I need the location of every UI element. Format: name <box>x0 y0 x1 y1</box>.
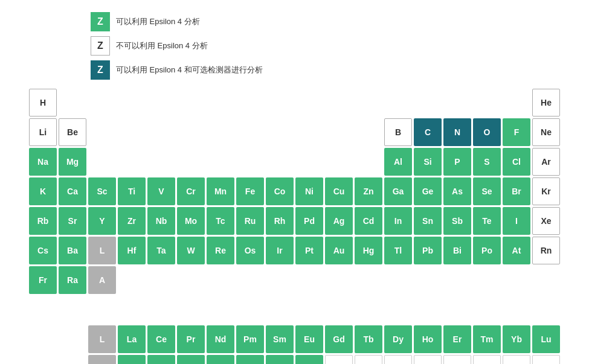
element-In: In <box>384 207 412 235</box>
empty <box>177 148 205 176</box>
empty <box>29 325 57 353</box>
element-Ag: Ag <box>325 207 353 235</box>
legend-label-1: 可以利用 Epsilon 4 分析 <box>116 16 200 27</box>
empty <box>236 118 264 146</box>
gap-row <box>29 296 57 324</box>
element-Fr: Fr <box>29 266 57 294</box>
element-Ge: Ge <box>414 177 442 205</box>
empty <box>29 355 57 364</box>
empty <box>443 89 471 117</box>
element-Mo: Mo <box>177 207 205 235</box>
main-container: Z 可以利用 Epsilon 4 分析 Z 不可以利用 Epsilon 4 分析… <box>0 0 589 364</box>
element-Sr: Sr <box>59 207 86 235</box>
element-Po: Po <box>473 237 501 264</box>
element-Ir: Ir <box>266 237 294 264</box>
empty <box>266 266 294 294</box>
element-Ce: Ce <box>147 325 175 353</box>
empty <box>118 266 146 294</box>
empty <box>118 148 146 176</box>
element-Ga: Ga <box>384 177 412 205</box>
element-Lr: Lr <box>532 355 560 364</box>
element-Tb: Tb <box>355 325 382 353</box>
empty <box>118 118 146 146</box>
element-Te: Te <box>473 207 501 235</box>
empty <box>503 89 530 117</box>
element-Zn: Zn <box>355 177 382 205</box>
element-Ho: Ho <box>414 325 442 353</box>
element-Pb: Pb <box>414 237 442 264</box>
element-He: He <box>532 89 560 117</box>
element-Hf: Hf <box>118 237 146 264</box>
empty <box>384 266 412 294</box>
empty <box>88 148 116 176</box>
empty <box>118 89 146 117</box>
element-Sm: Sm <box>266 325 294 353</box>
empty <box>177 89 205 117</box>
element-Lu: Lu <box>532 325 560 353</box>
empty <box>147 266 175 294</box>
element-Gd: Gd <box>325 325 353 353</box>
element-W: W <box>177 237 205 264</box>
element-Nb: Nb <box>147 207 175 235</box>
empty <box>207 148 234 176</box>
element-Cd: Cd <box>355 207 382 235</box>
element-No: No <box>503 355 530 364</box>
empty <box>414 266 442 294</box>
element-Rn: Rn <box>532 237 560 264</box>
lanthanide-label: L <box>88 325 116 353</box>
element-Au: Au <box>325 237 353 264</box>
legend-box-green: Z <box>91 12 110 31</box>
element-C: C <box>414 118 442 146</box>
empty <box>147 148 175 176</box>
element-Se: Se <box>473 177 501 205</box>
empty <box>177 266 205 294</box>
element-Os: Os <box>236 237 264 264</box>
element-Bk: Bk <box>355 355 382 364</box>
element-Er: Er <box>443 325 471 353</box>
empty <box>473 266 501 294</box>
element-Na: Na <box>29 148 57 176</box>
element-I: I <box>503 207 530 235</box>
empty <box>355 118 382 146</box>
element-O: O <box>473 118 501 146</box>
element-V: V <box>147 177 175 205</box>
element-U: U <box>207 355 234 364</box>
element-Co: Co <box>266 177 294 205</box>
element-Tl: Tl <box>384 237 412 264</box>
empty <box>503 266 530 294</box>
element-Tm: Tm <box>473 325 501 353</box>
element-L-lanthanide: L <box>88 237 116 264</box>
element-Yb: Yb <box>503 325 530 353</box>
actinide-label: A <box>88 355 116 364</box>
empty <box>266 148 294 176</box>
empty <box>355 148 382 176</box>
legend-label-2: 不可以利用 Epsilon 4 分析 <box>116 40 208 51</box>
empty <box>266 118 294 146</box>
element-Rb: Rb <box>29 207 57 235</box>
element-At: At <box>503 237 530 264</box>
element-Eu: Eu <box>295 325 323 353</box>
empty <box>236 89 264 117</box>
empty <box>325 89 353 117</box>
empty <box>147 89 175 117</box>
legend-item-3: Z 可以利用 Epsilon 4 和可选检测器进行分析 <box>91 60 577 80</box>
empty <box>147 118 175 146</box>
empty <box>325 266 353 294</box>
element-Ca: Ca <box>59 177 86 205</box>
empty <box>177 118 205 146</box>
element-Cm: Cm <box>325 355 353 364</box>
element-Cl: Cl <box>503 148 530 176</box>
element-F: F <box>503 118 530 146</box>
empty <box>59 355 86 364</box>
legend-item-2: Z 不可以利用 Epsilon 4 分析 <box>91 36 577 56</box>
element-Md: Md <box>473 355 501 364</box>
element-Hg: Hg <box>355 237 382 264</box>
element-Ar: Ar <box>532 148 560 176</box>
element-Mg: Mg <box>59 148 86 176</box>
element-Si: Si <box>414 148 442 176</box>
legend-item-1: Z 可以利用 Epsilon 4 分析 <box>91 12 577 31</box>
element-Rh: Rh <box>266 207 294 235</box>
element-Ni: Ni <box>295 177 323 205</box>
element-Np: Np <box>236 355 264 364</box>
element-Ne: Ne <box>532 118 560 146</box>
